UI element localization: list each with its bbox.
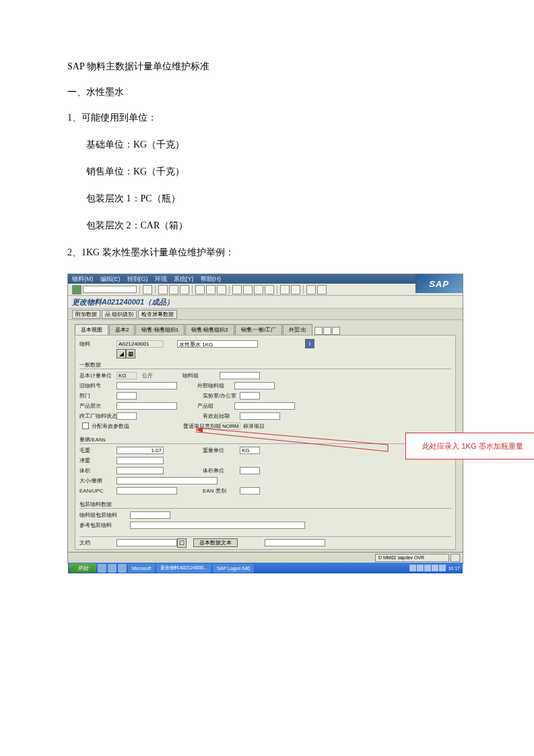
additional-data-button[interactable]: 附加数据: [72, 310, 100, 319]
back-icon[interactable]: [158, 285, 168, 294]
tab-foreign-trade[interactable]: 外贸:出: [283, 324, 312, 335]
doc-label: 文档: [79, 539, 116, 546]
division-label: 部门: [79, 392, 116, 400]
quick-icon[interactable]: [118, 564, 127, 573]
first-page-icon[interactable]: [232, 285, 242, 294]
size-field[interactable]: [116, 477, 218, 484]
menu-system[interactable]: 系统(Y): [174, 275, 194, 284]
gross-weight-label: 毛重: [79, 447, 116, 454]
sap-logo: SAP: [415, 274, 463, 293]
general-group: 一般数据: [79, 361, 451, 369]
division-field[interactable]: [116, 392, 137, 400]
tab-sales-org1[interactable]: 销售:销售组织1: [135, 324, 185, 335]
unit-sales: 销售单位：KG（千克）: [67, 166, 467, 178]
check-screen-button[interactable]: 检查屏幕数据: [138, 310, 177, 319]
ref-pack-field[interactable]: [130, 522, 305, 529]
check-icon[interactable]: [72, 285, 81, 294]
tray-time: 16:17: [448, 566, 460, 571]
layout-icon[interactable]: [317, 285, 327, 294]
taskbar-window[interactable]: 更改物料A02124000...: [156, 564, 211, 573]
tray-icon[interactable]: [424, 565, 431, 571]
screen-title: 更改物料A021240001（成品）: [68, 296, 463, 308]
weight-unit-field[interactable]: KG: [240, 447, 260, 454]
basic-text-button[interactable]: 基本数据文本: [193, 538, 238, 547]
volume-unit-label: 体积单位: [203, 467, 240, 474]
menu-goto[interactable]: 转到(G): [127, 275, 148, 284]
tab-sales-general[interactable]: 销售:一般/工厂: [235, 324, 282, 335]
exit-icon[interactable]: [169, 285, 178, 294]
doc-extra-field[interactable]: [265, 539, 325, 546]
tab-sales-org2[interactable]: 销售:销售组织2: [185, 324, 234, 335]
ext-matgroup-field[interactable]: [234, 382, 275, 389]
info-button[interactable]: i: [305, 339, 314, 348]
matgroup-field[interactable]: [220, 372, 260, 379]
volume-unit-field[interactable]: [240, 467, 260, 474]
help-icon[interactable]: [306, 285, 316, 294]
unit-pack2: 包装层次 2：CAR（箱）: [67, 220, 467, 232]
tab-left-icon[interactable]: [314, 327, 323, 335]
packaging-group: 包装物料数据: [79, 501, 451, 509]
prod-group-field[interactable]: [234, 402, 295, 410]
quick-icon[interactable]: [108, 564, 116, 573]
valid-from-label: 有效起始期: [203, 412, 240, 420]
taskbar-window[interactable]: Microsoft: [128, 564, 155, 573]
gen-item-cat-text: 标准项目: [243, 422, 270, 430]
org-levels-button[interactable]: 品 组织级别: [102, 310, 137, 319]
last-page-icon[interactable]: [265, 285, 274, 294]
menu-edit[interactable]: 编辑(E): [100, 275, 121, 284]
net-weight-field[interactable]: [116, 457, 164, 464]
print-icon[interactable]: [195, 285, 205, 294]
tab-right-icon[interactable]: [323, 327, 331, 335]
desc-detail-button[interactable]: ▦: [126, 349, 135, 358]
command-field[interactable]: [83, 286, 137, 293]
ean-cat-field[interactable]: [240, 487, 260, 495]
material-desc-field[interactable]: 水性墨水 1KG: [177, 340, 258, 348]
volume-field[interactable]: [116, 467, 164, 474]
gen-item-cat-field: NORM: [220, 422, 240, 430]
tab-list-icon[interactable]: [332, 327, 340, 335]
doc-search-button[interactable]: ☐: [177, 538, 187, 548]
start-button[interactable]: 开始: [69, 563, 96, 573]
gross-weight-field[interactable]: 1.07: [116, 447, 164, 454]
menu-env[interactable]: 环境: [155, 275, 167, 284]
prod-hier-label: 产品层次: [79, 402, 116, 410]
weight-unit-label: 重量单位: [203, 447, 240, 454]
tray-icon[interactable]: [409, 565, 416, 571]
new-session-icon[interactable]: [280, 285, 290, 294]
menu-help[interactable]: 帮助(H): [201, 275, 222, 284]
tab-basic2[interactable]: 基本2: [109, 324, 135, 335]
tray-icon[interactable]: [432, 565, 438, 571]
save-icon[interactable]: [143, 285, 152, 294]
prod-hier-field[interactable]: [116, 402, 177, 410]
prod-group-label: 产品组: [197, 402, 234, 410]
shortcut-icon[interactable]: [291, 285, 300, 294]
old-matno-field[interactable]: [116, 382, 177, 389]
ean-field[interactable]: [116, 487, 177, 495]
taskbar-window[interactable]: SAP Logon 640: [213, 564, 254, 573]
find-icon[interactable]: [206, 285, 215, 294]
assign-eff-checkbox[interactable]: [82, 422, 89, 429]
menu-material[interactable]: 物料(M): [72, 275, 94, 284]
base-uom-field: KG: [116, 372, 137, 379]
gen-item-cat-label: 普通项目类别组: [183, 422, 220, 430]
cross-plant-field[interactable]: [116, 412, 137, 420]
lab-label: 实验室/办公室: [203, 392, 240, 400]
next-page-icon[interactable]: [254, 285, 263, 294]
standard-toolbar: [68, 284, 463, 296]
tray-icon[interactable]: [439, 565, 446, 571]
tray-icon[interactable]: [417, 565, 424, 571]
desc-expand-button[interactable]: ◢: [116, 349, 126, 358]
tab-basic1[interactable]: 基本视图: [75, 324, 108, 335]
prev-page-icon[interactable]: [243, 285, 253, 294]
valid-from-field[interactable]: [240, 412, 280, 420]
cancel-icon[interactable]: [180, 285, 189, 294]
quick-icon[interactable]: [98, 564, 106, 573]
base-uom-label: 基本计量单位: [79, 372, 116, 379]
doc-field[interactable]: [116, 539, 177, 546]
system-tray: 16:17: [409, 563, 463, 573]
app-toolbar: 附加数据 品 组织级别 检查屏幕数据: [68, 308, 463, 320]
lab-field[interactable]: [240, 392, 260, 400]
find-next-icon[interactable]: [217, 285, 226, 294]
win-taskbar-wrap: 开始 Microsoft 更改物料A02124000... SAP Logon …: [68, 552, 463, 563]
pack-matgroup-field[interactable]: [130, 511, 170, 519]
